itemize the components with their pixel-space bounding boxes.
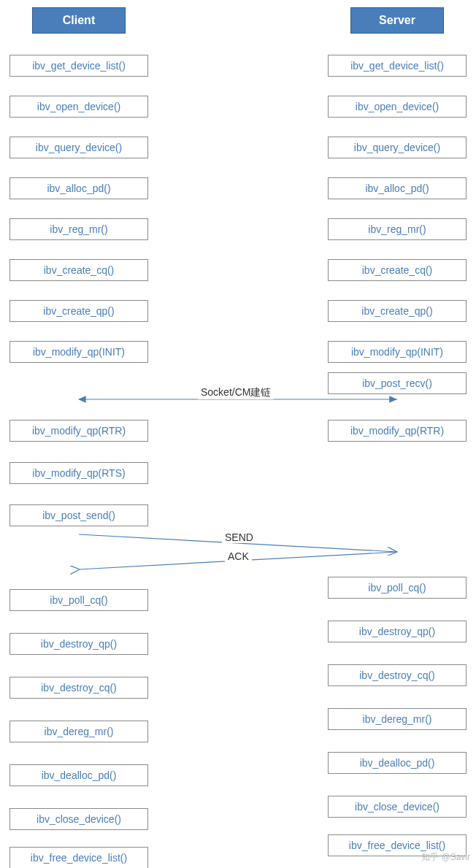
client-step: ibv_create_cq() xyxy=(9,259,148,281)
step-label: ibv_reg_mr() xyxy=(368,223,426,235)
ack-label: ACK xyxy=(225,550,252,562)
step-label: ibv_post_send() xyxy=(42,510,115,521)
step-label: ibv_destroy_qp() xyxy=(359,626,435,637)
client-step: ibv_free_device_list() xyxy=(9,847,148,868)
step-label: ibv_dereg_mr() xyxy=(45,726,114,737)
step-label: ibv_close_device() xyxy=(355,801,439,813)
client-step: ibv_dereg_mr() xyxy=(9,721,148,742)
client-title: Client xyxy=(63,14,95,26)
server-step: ibv_create_cq() xyxy=(328,259,467,281)
client-step: ibv_post_send() xyxy=(9,504,148,526)
server-step: ibv_post_recv() xyxy=(328,372,467,394)
server-step: ibv_alloc_pd() xyxy=(328,177,467,199)
step-label: ibv_dealloc_pd() xyxy=(42,769,117,781)
server-step: ibv_modify_qp(RTR) xyxy=(328,420,467,442)
client-step: ibv_dealloc_pd() xyxy=(9,764,148,786)
client-step: ibv_get_device_list() xyxy=(9,55,148,77)
client-step: ibv_destroy_qp() xyxy=(9,633,148,655)
step-label: ibv_modify_qp(RTS) xyxy=(32,467,125,479)
step-label: ibv_alloc_pd() xyxy=(47,183,110,194)
step-label: ibv_get_device_list() xyxy=(32,60,126,72)
server-step: ibv_modify_qp(INIT) xyxy=(328,341,467,363)
watermark: 知乎 @Savir xyxy=(421,851,470,864)
client-step: ibv_create_qp() xyxy=(9,300,148,322)
send-label: SEND xyxy=(222,531,256,543)
server-step: ibv_destroy_qp() xyxy=(328,621,467,642)
step-label: ibv_destroy_cq() xyxy=(41,682,117,694)
step-label: ibv_query_device() xyxy=(36,142,122,153)
step-label: ibv_destroy_qp() xyxy=(41,638,117,650)
server-step: ibv_close_device() xyxy=(328,796,467,818)
client-step: ibv_reg_mr() xyxy=(9,218,148,240)
step-label: ibv_reg_mr() xyxy=(50,223,107,235)
step-label: ibv_post_recv() xyxy=(362,377,432,389)
client-step: ibv_poll_cq() xyxy=(9,589,148,611)
server-step: ibv_reg_mr() xyxy=(328,218,467,240)
step-label: ibv_free_device_list() xyxy=(31,852,127,864)
step-label: ibv_create_qp() xyxy=(43,305,114,317)
client-step: ibv_modify_qp(RTR) xyxy=(9,420,148,442)
step-label: ibv_open_device() xyxy=(37,101,120,112)
server-step: ibv_dereg_mr() xyxy=(328,708,467,730)
step-label: ibv_modify_qp(RTR) xyxy=(350,425,444,437)
step-label: ibv_dereg_mr() xyxy=(363,713,432,725)
step-label: ibv_close_device() xyxy=(37,813,121,825)
step-label: ibv_free_device_list() xyxy=(349,840,445,851)
server-step: ibv_get_device_list() xyxy=(328,55,467,77)
server-step: ibv_create_qp() xyxy=(328,300,467,322)
client-header: Client xyxy=(32,7,126,34)
step-label: ibv_get_device_list() xyxy=(350,60,444,72)
step-label: ibv_modify_qp(INIT) xyxy=(351,346,443,358)
client-step: ibv_query_device() xyxy=(9,137,148,158)
server-step: ibv_destroy_cq() xyxy=(328,664,467,686)
server-step: ibv_open_device() xyxy=(328,96,467,118)
step-label: ibv_poll_cq() xyxy=(50,594,107,606)
step-label: ibv_alloc_pd() xyxy=(365,183,429,194)
step-label: ibv_modify_qp(INIT) xyxy=(33,346,125,358)
client-step: ibv_destroy_cq() xyxy=(9,677,148,699)
server-step: ibv_query_device() xyxy=(328,137,467,158)
step-label: ibv_dealloc_pd() xyxy=(360,757,435,769)
server-step: ibv_dealloc_pd() xyxy=(328,752,467,774)
client-step: ibv_modify_qp(RTS) xyxy=(9,462,148,484)
client-step: ibv_alloc_pd() xyxy=(9,177,148,199)
connect-label: Socket/CM建链 xyxy=(198,386,274,399)
server-title: Server xyxy=(379,14,415,26)
step-label: ibv_create_cq() xyxy=(44,264,115,276)
step-label: ibv_poll_cq() xyxy=(368,582,426,594)
client-column: Client ibv_get_device_list()ibv_open_dev… xyxy=(6,0,152,34)
server-column: Server ibv_get_device_list()ibv_open_dev… xyxy=(324,0,470,34)
step-label: ibv_query_device() xyxy=(354,142,440,153)
step-label: ibv_open_device() xyxy=(356,101,439,112)
step-label: ibv_destroy_cq() xyxy=(359,669,435,681)
step-label: ibv_create_cq() xyxy=(362,264,433,276)
client-step: ibv_open_device() xyxy=(9,96,148,118)
server-step: ibv_poll_cq() xyxy=(328,577,467,599)
step-label: ibv_modify_qp(RTR) xyxy=(32,425,126,437)
client-step: ibv_modify_qp(INIT) xyxy=(9,341,148,363)
server-header: Server xyxy=(350,7,444,34)
client-step: ibv_close_device() xyxy=(9,808,148,830)
step-label: ibv_create_qp() xyxy=(361,305,432,317)
